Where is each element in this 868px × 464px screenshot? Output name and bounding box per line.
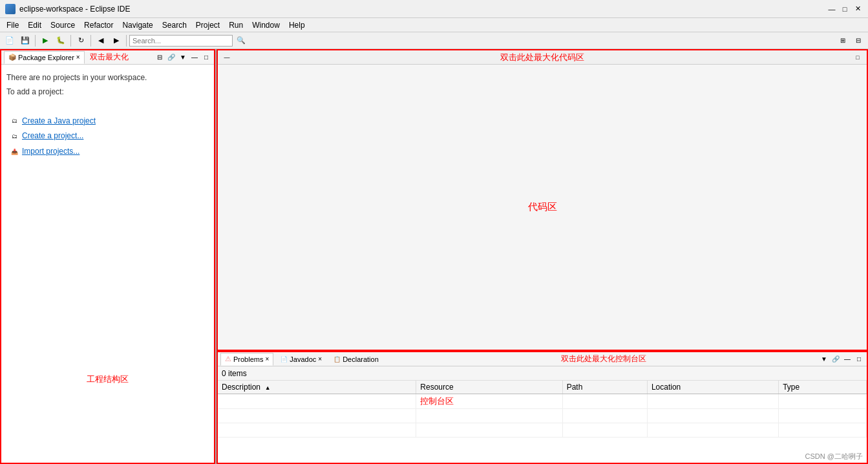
cell-path-3 <box>562 423 647 437</box>
link-with-editor-btn[interactable]: 🔗 <box>166 52 176 63</box>
package-explorer-close-btn[interactable]: × <box>76 54 80 61</box>
toolbar-sep-3 <box>90 35 91 47</box>
import-icon: 📥 <box>9 148 19 156</box>
cell-location <box>647 394 778 408</box>
menu-run[interactable]: Run <box>225 19 247 31</box>
col-path: Path <box>562 381 647 394</box>
project-icon: 🗂 <box>9 132 19 140</box>
console-top-annotation: 双击此处最大化控制台区 <box>391 353 816 364</box>
menu-source[interactable]: Source <box>47 19 79 31</box>
toolbar-debug-btn[interactable]: 🐛 <box>54 34 68 47</box>
title-bar: eclipse-workspace - Eclipse IDE — □ ✕ <box>0 0 868 18</box>
maximize-button[interactable]: □ <box>840 4 850 14</box>
menu-help[interactable]: Help <box>285 19 309 31</box>
items-count-row: 0 items <box>218 366 867 381</box>
console-max-btn[interactable]: □ <box>854 354 864 364</box>
cell-resource: 控制台区 <box>416 394 562 408</box>
toolbar-search-btn[interactable]: 🔍 <box>234 34 248 47</box>
menu-refactor[interactable]: Refactor <box>80 19 117 31</box>
title-bar-controls[interactable]: — □ ✕ <box>827 4 863 14</box>
view-menu-btn[interactable]: ▼ <box>178 52 188 63</box>
tab-declaration[interactable]: 📋 Declaration <box>329 353 383 366</box>
menu-file[interactable]: File <box>3 19 23 31</box>
code-area-top-annotation: 双击此处最大化代码区 <box>232 52 852 63</box>
package-explorer-tab[interactable]: 📦 Package Explorer × <box>4 51 85 64</box>
create-project-link[interactable]: 🗂 Create a project... <box>9 129 209 143</box>
tab-javadoc[interactable]: 📄 Javadoc × <box>276 353 326 366</box>
tab-problems[interactable]: ⚠ Problems × <box>220 353 273 366</box>
console-link-btn[interactable]: 🔗 <box>831 354 841 364</box>
col-resource: Resource <box>416 381 562 394</box>
menu-edit[interactable]: Edit <box>24 19 45 31</box>
cell-resource-3 <box>416 423 562 437</box>
cell-type-2 <box>779 408 867 423</box>
col-type: Type <box>779 381 867 394</box>
declaration-tab-icon: 📋 <box>333 356 341 363</box>
toolbar-search-input[interactable] <box>129 35 233 47</box>
toolbar-refresh-btn[interactable]: ↻ <box>74 34 88 47</box>
console-filter-btn[interactable]: ▼ <box>819 354 829 364</box>
import-projects-anchor[interactable]: Import projects... <box>22 145 79 159</box>
col-description: Description ▲ <box>218 381 416 394</box>
toolbar-save-btn[interactable]: 💾 <box>18 34 32 47</box>
declaration-tab-label: Declaration <box>343 355 379 363</box>
code-area-topbar: — 双击此处最大化代码区 □ <box>218 50 867 65</box>
console-panel: ⚠ Problems × 📄 Javadoc × 📋 Declaration 双… <box>217 351 868 464</box>
toolbar-sep-4 <box>126 35 127 47</box>
code-area-maximize-btn[interactable]: □ <box>852 52 863 63</box>
package-explorer-content: There are no projects in your workspace.… <box>1 65 214 463</box>
toolbar-next-btn[interactable]: ▶ <box>109 34 123 47</box>
cell-type-3 <box>779 423 867 437</box>
toolbar-sep-2 <box>70 35 71 47</box>
javadoc-tab-close[interactable]: × <box>318 355 322 363</box>
title-bar-left: eclipse-workspace - Eclipse IDE <box>5 4 130 14</box>
javadoc-tab-icon: 📄 <box>281 356 288 363</box>
console-tab-bar: ⚠ Problems × 📄 Javadoc × 📋 Declaration 双… <box>218 352 867 366</box>
toolbar-perspective-btn[interactable]: ⊞ <box>836 34 850 47</box>
right-panel: — 双击此处最大化代码区 □ 代码区 ⚠ Problems × <box>217 49 868 464</box>
create-project-anchor[interactable]: Create a project... <box>22 129 83 143</box>
import-projects-link[interactable]: 📥 Import projects... <box>9 145 209 159</box>
code-area: — 双击此处最大化代码区 □ 代码区 <box>217 49 868 351</box>
console-center-label: 控制台区 <box>420 396 454 406</box>
menu-search[interactable]: Search <box>158 19 191 31</box>
toolbar-prev-btn[interactable]: ◀ <box>94 34 108 47</box>
problems-tab-label: Problems <box>233 355 263 363</box>
create-java-project-link[interactable]: 🗂 Create a Java project <box>9 114 209 129</box>
toolbar-run-btn[interactable]: ▶ <box>38 34 52 47</box>
close-button[interactable]: ✕ <box>852 4 863 14</box>
problems-tab-close[interactable]: × <box>265 355 269 363</box>
table-row: 控制台区 <box>218 394 867 408</box>
package-explorer-tab-label: Package Explorer <box>18 54 74 61</box>
collapse-all-btn[interactable]: ⊟ <box>154 52 165 63</box>
create-java-project-anchor[interactable]: Create a Java project <box>22 114 96 129</box>
cell-path <box>562 394 647 408</box>
main-layout: 📦 Package Explorer × 双击最大化 ⊟ 🔗 ▼ — □ The… <box>0 49 868 464</box>
maximize-view-btn[interactable]: □ <box>201 52 211 63</box>
app-icon <box>5 4 16 14</box>
package-explorer-tab-bar: 📦 Package Explorer × 双击最大化 ⊟ 🔗 ▼ — □ <box>1 50 214 65</box>
menu-navigate[interactable]: Navigate <box>118 19 156 31</box>
console-min-btn[interactable]: — <box>842 354 852 364</box>
minimize-button[interactable]: — <box>827 4 837 14</box>
panel-tab-actions: ⊟ 🔗 ▼ — □ <box>154 52 211 63</box>
menu-project[interactable]: Project <box>192 19 224 31</box>
console-body: Description ▲ Resource Path Location Typ… <box>218 381 867 463</box>
menu-bar: File Edit Source Refactor Navigate Searc… <box>0 18 868 32</box>
minimize-view-btn[interactable]: — <box>189 52 200 63</box>
toolbar-perspective2-btn[interactable]: ⊟ <box>851 34 865 47</box>
left-panel: 📦 Package Explorer × 双击最大化 ⊟ 🔗 ▼ — □ The… <box>0 49 217 464</box>
javadoc-tab-label: Javadoc <box>290 355 316 363</box>
problems-tab-icon: ⚠ <box>225 355 231 363</box>
project-area-annotation: 工程结构区 <box>1 374 214 385</box>
items-count: 0 items <box>222 369 247 378</box>
code-area-left-controls: — <box>222 52 232 63</box>
cell-location-3 <box>647 423 778 437</box>
cell-description-2 <box>218 408 416 423</box>
toolbar-new-btn[interactable]: 📄 <box>3 34 17 47</box>
toolbar: 📄 💾 ▶ 🐛 ↻ ◀ ▶ 🔍 ⊞ ⊟ <box>0 32 868 49</box>
table-row <box>218 423 867 437</box>
code-area-min-btn[interactable]: — <box>222 52 232 63</box>
menu-window[interactable]: Window <box>248 19 284 31</box>
code-area-body: 代码区 <box>218 65 867 350</box>
